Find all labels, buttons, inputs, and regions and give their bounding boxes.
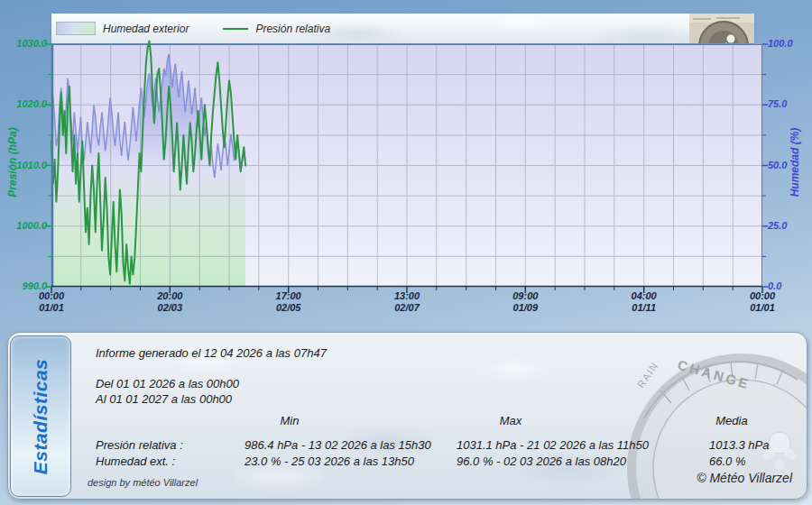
x-tick-label: 00:0001/01 [722,290,803,314]
x-tick-label: 00:0001/01 [11,290,92,314]
period-from-line: Del 01 01 2026 a las 00h00 [96,377,239,390]
column-header-min: Min [245,414,335,427]
row-pressure-min: 986.4 hPa - 13 02 2026 a las 15h30 [245,438,431,452]
design-credit: design by météo Villarzel [88,477,198,488]
y-right-tick-label: 25.0 [768,220,812,231]
y-axis-right-title: Humedad (%) [789,128,801,197]
y-right-tick-label: 100.0 [768,38,812,49]
x-tick-label: 17:0002/05 [248,290,329,314]
row-pressure-label: Presión relativa : [96,438,183,452]
x-tick-label: 04:0001/11 [604,290,685,314]
x-tick-label: 13:0002/07 [366,290,448,314]
row-humidity-media: 66.0 % [709,454,745,468]
y-left-tick-label: 1020.0 [0,98,47,109]
column-header-max: Max [457,414,565,427]
row-humidity-min: 23.0 % - 25 03 2026 a las 13h50 [245,454,414,468]
chart-legend: Humedad exterior Presión relativa [51,14,754,43]
legend-humidity-label: Humedad exterior [103,23,189,35]
row-humidity-label: Humedad ext. : [96,454,175,468]
x-tick-label: 09:0001/09 [484,290,566,314]
weather-report-page: Humedad exterior Presión relativa [0,0,812,505]
y-left-tick-label: 1030.0 [0,38,47,49]
y-left-tick-label: 1000.0 [0,220,47,231]
statistics-sidebar-tab: Estadísticas [10,335,71,497]
row-pressure-media: 1013.3 hPa [709,438,770,452]
barometer-photo-icon [689,14,754,43]
copyright: © Météo Villarzel [697,471,792,485]
dial-rain-label: RAIN [635,360,660,390]
chart-plot [51,44,762,287]
y-right-tick-label: 75.0 [768,98,812,109]
report-generated-line: Informe generado el 12 04 2026 a las 07h… [96,346,327,360]
humidity-swatch-icon [56,22,96,35]
pressure-line-icon [223,28,248,30]
y-axis-left-title: Presión (hPa) [6,127,19,197]
column-header-media: Media [700,414,763,427]
statistics-sidebar-label: Estadísticas [30,358,51,474]
x-tick-label: 20:0002/03 [129,290,210,314]
statistics-panel: CHANGE RAIN Estadísticas Informe generad… [7,332,807,500]
row-humidity-max: 96.0 % - 02 03 2026 a las 08h20 [457,454,626,468]
row-pressure-max: 1031.1 hPa - 21 02 2026 a las 11h50 [457,438,649,452]
legend-pressure-label: Presión relativa [255,23,330,35]
period-to-line: Al 01 01 2027 a las 00h00 [96,392,232,406]
